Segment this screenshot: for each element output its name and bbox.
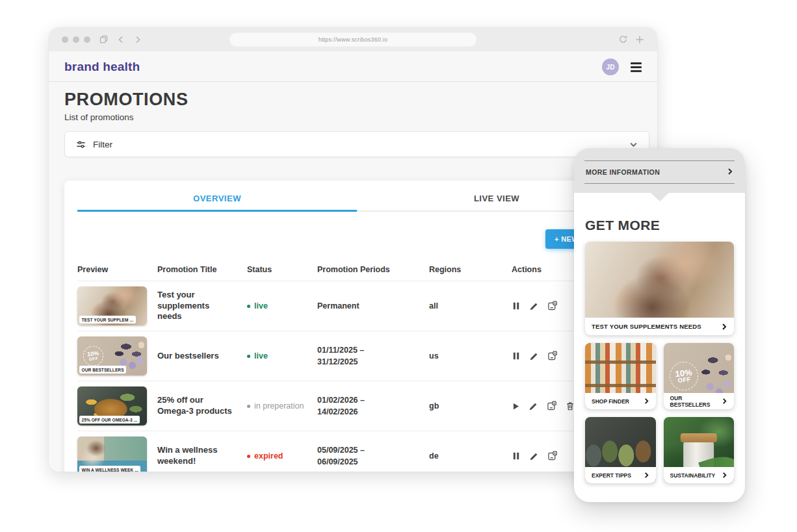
pause-icon[interactable] <box>512 301 521 310</box>
browser-chrome: https://www.scribos360.io <box>49 27 657 51</box>
card-label: OUR BESTSELLERS <box>670 395 722 408</box>
divider <box>584 183 735 184</box>
url-text: https://www.scribos360.io <box>319 36 388 43</box>
edit-pencil-icon[interactable] <box>529 401 538 411</box>
accordion-notch <box>651 193 669 201</box>
phone-card-sustainability[interactable]: SUSTAINABILITY <box>664 417 735 483</box>
thumbnail-caption: WIN A WELLNESS WEEK ... <box>79 466 140 472</box>
phone-card-shop-finder[interactable]: SHOP FINDER <box>585 343 656 409</box>
table-row: 10%OFF OUR BESTSELLERS Our bestsellers l… <box>77 331 636 381</box>
qr-preview-icon[interactable] <box>547 301 558 311</box>
table-row: 25% OFF OUR OMEGA-3 ... 25% off our Omeg… <box>77 381 636 431</box>
card-label: EXPERT TIPPS <box>592 472 631 479</box>
status-badge: expired <box>247 451 317 461</box>
chevron-right-icon <box>722 472 727 478</box>
promotion-title: Our bestsellers <box>157 351 247 362</box>
card-label: SHOP FINDER <box>592 398 629 405</box>
window-dot[interactable] <box>84 36 90 43</box>
chevron-down-icon[interactable] <box>629 140 638 149</box>
thumbnail-caption: 25% OFF OUR OMEGA-3 ... <box>79 416 140 424</box>
filter-bar[interactable]: Filter <box>64 131 649 157</box>
page-title: PROMOTIONS <box>64 90 649 110</box>
promotion-period: 01/02/2026 –14/02/2026 <box>317 394 429 418</box>
col-preview: Preview <box>77 265 157 274</box>
phone-accordion: MORE INFORMATION <box>574 148 745 193</box>
address-bar[interactable]: https://www.scribos360.io <box>229 32 477 46</box>
promotion-region: de <box>429 451 512 461</box>
thumbnail-caption: OUR BESTSELLERS <box>79 366 126 374</box>
promotion-region: all <box>429 301 512 310</box>
browser-window: https://www.scribos360.io brand health J… <box>49 27 657 472</box>
table-row: TEST YOUR SUPPLEM ... Test your suppleme… <box>77 281 636 331</box>
card-label: SUSTAINABILITY <box>670 472 716 479</box>
edit-pencil-icon[interactable] <box>529 451 539 461</box>
window-controls <box>62 36 90 43</box>
promotion-thumbnail[interactable]: WIN A WELLNESS WEEK ... <box>77 437 147 472</box>
col-title: Promotion Title <box>157 265 247 274</box>
page-subtitle: List of promotions <box>64 112 649 122</box>
edit-pencil-icon[interactable] <box>529 301 539 311</box>
screenshot-canvas: https://www.scribos360.io brand health J… <box>0 0 797 532</box>
promotion-title: Win a wellness weekend! <box>157 445 247 467</box>
back-icon[interactable] <box>117 36 125 44</box>
qr-preview-icon[interactable] <box>547 451 558 461</box>
phone-overlay: MORE INFORMATION GET MORE TEST YOUR SUPP… <box>574 148 745 502</box>
page-content: PROMOTIONS List of promotions Filter OVE… <box>49 82 657 472</box>
chevron-right-icon <box>644 398 649 404</box>
promotion-title: 25% off our Omega-3 products <box>157 395 247 417</box>
view-tabs: OVERVIEW LIVE VIEW <box>77 194 636 212</box>
trash-icon[interactable] <box>566 401 575 411</box>
status-badge: in preperation <box>247 401 317 411</box>
new-tab-icon[interactable] <box>635 35 644 44</box>
promotion-thumbnail[interactable]: TEST YOUR SUPPLEM ... <box>77 286 147 325</box>
promotions-card: OVERVIEW LIVE VIEW + NEW PROMOTION Previ… <box>64 181 649 472</box>
hamburger-icon[interactable] <box>631 62 642 72</box>
phone-card-bestsellers[interactable]: 10%OFF OUR BESTSELLERS <box>664 343 735 409</box>
promotion-thumbnail[interactable]: 25% OFF OUR OMEGA-3 ... <box>77 386 147 425</box>
status-badge: live <box>247 351 317 361</box>
play-icon[interactable] <box>512 402 520 411</box>
refresh-icon[interactable] <box>619 35 627 44</box>
tabs-icon[interactable] <box>99 35 108 44</box>
avatar[interactable]: JD <box>602 58 619 75</box>
qr-preview-icon[interactable] <box>547 351 558 361</box>
card-label: TEST YOUR SUPPLEMENTS NEEDS <box>592 323 701 330</box>
promotion-period: Permanent <box>317 300 429 312</box>
promotion-period: 01/11/2025 –31/12/2025 <box>317 344 429 368</box>
brand-logo[interactable]: brand health <box>64 60 140 74</box>
phone-card-expert-tipps[interactable]: EXPERT TIPPS <box>585 417 656 483</box>
promotion-region: gb <box>429 401 512 411</box>
status-badge: live <box>247 301 317 310</box>
promotion-region: us <box>429 351 512 361</box>
more-information-label: MORE INFORMATION <box>586 168 660 176</box>
forward-icon[interactable] <box>134 36 142 44</box>
phone-card-supplements-test[interactable]: TEST YOUR SUPPLEMENTS NEEDS <box>585 242 734 335</box>
col-periods: Promotion Periods <box>317 265 429 274</box>
filter-label: Filter <box>93 140 112 149</box>
tab-overview[interactable]: OVERVIEW <box>77 194 357 212</box>
app-viewport: brand health JD PROMOTIONS List of promo… <box>49 51 657 472</box>
chevron-right-icon <box>722 398 727 404</box>
pause-icon[interactable] <box>512 351 521 361</box>
chevron-right-icon <box>644 472 649 478</box>
chevron-right-icon <box>721 323 727 330</box>
promotion-title: Test your supplements needs <box>157 290 247 323</box>
window-dot[interactable] <box>73 36 79 43</box>
more-information-row[interactable]: MORE INFORMATION <box>584 161 735 183</box>
qr-preview-icon[interactable] <box>547 401 557 411</box>
pause-icon[interactable] <box>512 451 521 461</box>
app-header: brand health JD <box>49 51 657 82</box>
chevron-right-icon <box>727 168 733 176</box>
col-status: Status <box>247 265 317 274</box>
filter-sliders-icon <box>76 140 86 149</box>
table-header: Preview Promotion Title Status Promotion… <box>77 265 636 281</box>
get-more-heading: GET MORE <box>585 218 734 233</box>
edit-pencil-icon[interactable] <box>529 351 539 361</box>
table-row: WIN A WELLNESS WEEK ... Win a wellness w… <box>77 431 636 472</box>
window-dot[interactable] <box>62 36 68 43</box>
promotion-thumbnail[interactable]: 10%OFF OUR BESTSELLERS <box>77 336 147 375</box>
col-regions: Regions <box>429 265 512 274</box>
thumbnail-caption: TEST YOUR SUPPLEM ... <box>79 316 136 323</box>
promotion-period: 05/09/2025 –06/09/2025 <box>317 444 429 468</box>
